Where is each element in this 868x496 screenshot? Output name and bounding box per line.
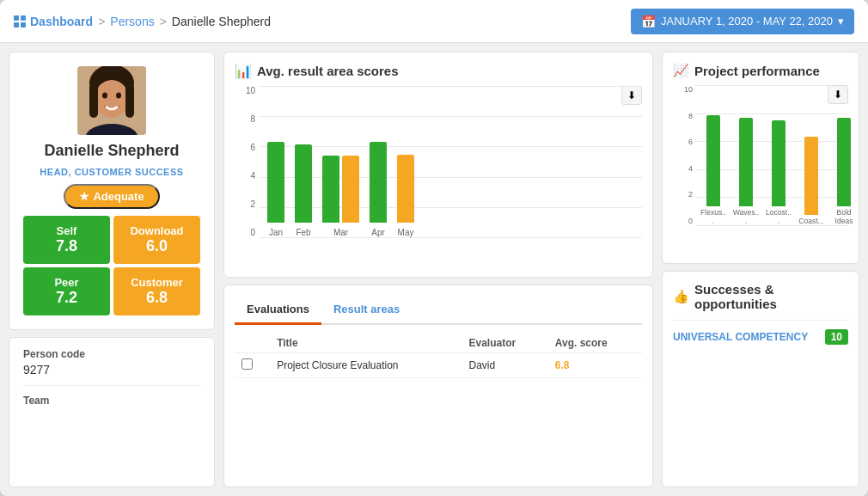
bar-group-feb: Feb: [295, 144, 312, 237]
breadcrumb-sep1: >: [98, 15, 105, 28]
bar-group-apr: Apr: [370, 142, 387, 237]
score-customer: Customer 6.8: [113, 267, 200, 315]
star-icon: ★: [79, 190, 89, 203]
col-avg-score: Avg. score: [548, 334, 642, 353]
avg-chart-card: 📊 Avg. result area scores ⬇ 0 2 4 6 8 10: [223, 52, 653, 278]
breadcrumb: Dashboard > Persons > Danielle Shepherd: [14, 15, 271, 28]
proj-y-6: 6: [673, 138, 695, 146]
date-range-label: JANUARY 1, 2020 - MAY 22, 2020: [661, 15, 833, 28]
svg-point-6: [116, 93, 121, 99]
x-label-apr: Apr: [371, 228, 385, 237]
y-label-4: 4: [235, 171, 259, 181]
tab-result-areas[interactable]: Result areas: [321, 296, 412, 325]
date-range-button[interactable]: 📅 JANUARY 1, 2020 - MAY 22, 2020 ▾: [631, 9, 854, 34]
score-peer: Peer 7.2: [23, 267, 110, 315]
info-card: Person code 9277 Team: [9, 337, 215, 487]
score-self-label: Self: [32, 224, 101, 237]
bar-mar-orange: [342, 156, 359, 223]
row-checkbox[interactable]: [241, 358, 253, 370]
adequate-badge[interactable]: ★ Adequate: [64, 184, 159, 209]
left-panel: Danielle Shepherd HEAD, CUSTOMER SUCCESS…: [9, 52, 215, 487]
competency-row: UNIVERSAL COMPETENCY 10: [673, 329, 848, 345]
proj-x-locost: Locost...: [765, 208, 792, 225]
x-label-may: May: [398, 228, 414, 237]
bar-apr-green: [370, 142, 387, 223]
breadcrumb-persons[interactable]: Persons: [110, 15, 154, 28]
project-chart-card: 📈 Project performance 0 2 4 6 8 10: [662, 52, 859, 264]
score-peer-label: Peer: [32, 276, 101, 289]
col-checkbox: [235, 334, 270, 353]
x-label-jan: Jan: [269, 228, 283, 237]
proj-bar-group-bold: Bold Ideas: [830, 118, 858, 225]
score-download-label: Download: [122, 224, 192, 237]
bar-group-mar: Mar: [322, 156, 359, 237]
breadcrumb-current: Danielle Shepherd: [172, 15, 271, 28]
thumb-up-icon: 👍: [673, 289, 689, 304]
score-customer-label: Customer: [122, 276, 192, 289]
bar-group-jan: Jan: [267, 142, 284, 237]
y-label-0: 0: [235, 228, 259, 237]
y-label-10: 10: [235, 86, 259, 95]
y-label-2: 2: [235, 199, 259, 209]
proj-x-flexus: Flexus...: [700, 208, 727, 225]
proj-bar-group-locost: Locost...: [765, 120, 792, 225]
score-self-value: 7.8: [32, 237, 101, 255]
success-title: 👍 Successes & opportunities: [673, 282, 848, 311]
calendar-icon: 📅: [641, 15, 656, 28]
evaluations-card: Evaluations Result areas Title Evaluator…: [223, 285, 653, 487]
eval-avg-score: 6.8: [548, 353, 642, 378]
score-self: Self 7.8: [23, 216, 110, 264]
eval-title: Project Closure Evaluation: [270, 353, 462, 378]
proj-x-coast: Coast...: [798, 217, 825, 225]
proj-y-2: 2: [673, 190, 695, 199]
evaluations-table: Title Evaluator Avg. score Project Closu…: [235, 334, 642, 378]
proj-bar-waves: [739, 118, 753, 206]
adequate-label: Adequate: [93, 190, 144, 203]
chevron-down-icon: ▾: [838, 15, 844, 28]
eval-tabs: Evaluations Result areas: [235, 296, 642, 325]
tab-evaluations[interactable]: Evaluations: [235, 296, 321, 325]
breadcrumb-sep2: >: [160, 15, 167, 28]
success-card: 👍 Successes & opportunities UNIVERSAL CO…: [662, 271, 859, 487]
proj-x-bold: Bold Ideas: [830, 208, 858, 225]
person-code-value: 9277: [23, 363, 200, 377]
table-row: Project Closure Evaluation David 6.8: [235, 353, 642, 378]
score-customer-value: 6.8: [122, 289, 192, 307]
y-label-8: 8: [235, 114, 259, 124]
competency-label: UNIVERSAL COMPETENCY: [673, 331, 808, 343]
score-grid: Self 7.8 Download 6.0 Peer 7.2 Customer …: [23, 216, 200, 315]
x-label-feb: Feb: [296, 228, 310, 237]
competency-badge: 10: [825, 329, 848, 345]
eval-evaluator: David: [462, 353, 548, 378]
profile-card: Danielle Shepherd HEAD, CUSTOMER SUCCESS…: [9, 52, 215, 330]
avatar: [77, 66, 146, 135]
team-label: Team: [23, 395, 200, 407]
svg-point-5: [102, 93, 107, 99]
proj-bar-coast: [804, 137, 818, 215]
proj-y-10: 10: [673, 85, 695, 94]
score-download: Download 6.0: [113, 216, 200, 264]
right-panel: 📈 Project performance 0 2 4 6 8 10: [662, 52, 859, 487]
person-title: HEAD, CUSTOMER SUCCESS: [40, 167, 183, 177]
bar-chart-icon: 📊: [235, 63, 252, 79]
proj-y-4: 4: [673, 164, 695, 173]
avg-chart-title: 📊 Avg. result area scores: [235, 63, 642, 79]
proj-bar-bold: [837, 118, 851, 206]
proj-bar-group-flexus: Flexus...: [700, 115, 727, 225]
dashboard-label: Dashboard: [30, 15, 93, 28]
table-header-row: Title Evaluator Avg. score: [235, 334, 642, 353]
svg-rect-3: [89, 83, 98, 118]
proj-bar-group-coast: Coast...: [798, 137, 825, 225]
bar-may-orange: [397, 155, 414, 223]
proj-bar-locost: [772, 120, 785, 206]
col-title: Title: [270, 334, 462, 353]
project-chart-title: 📈 Project performance: [673, 63, 848, 78]
person-name: Danielle Shepherd: [44, 142, 179, 160]
dashboard-link[interactable]: Dashboard: [14, 15, 93, 28]
score-download-value: 6.0: [122, 237, 192, 255]
dashboard-grid-icon: [14, 15, 26, 28]
avg-chart-area: ⬇ 0 2 4 6 8 10: [235, 86, 642, 266]
trend-icon: 📈: [673, 63, 689, 78]
svg-rect-4: [125, 83, 134, 118]
svg-point-2: [95, 80, 129, 118]
